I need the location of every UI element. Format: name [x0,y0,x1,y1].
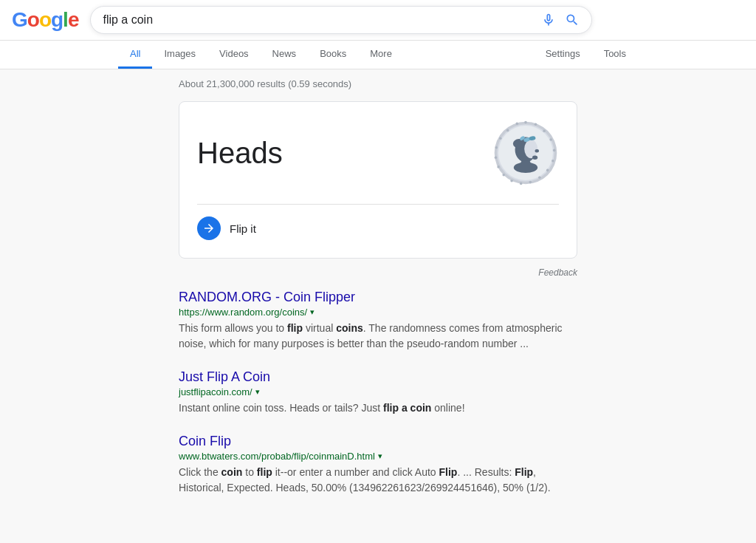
tab-settings[interactable]: Settings [534,41,592,69]
result-url-row-2: justflipacoin.com/ ▾ [179,386,577,397]
svg-point-20 [538,177,541,180]
svg-point-19 [546,169,549,172]
coin-result-area: Heads [197,120,559,186]
search-result-2: Just Flip A Coin justflipacoin.com/ ▾ In… [179,369,577,416]
search-result-3: Coin Flip www.btwaters.com/probab/flip/c… [179,434,577,496]
flip-label: Flip it [230,222,256,235]
result-url-2: justflipacoin.com/ [179,386,252,397]
result-snippet-2: Instant online coin toss. Heads or tails… [179,400,577,416]
result-snippet-1: This form allows you to flip virtual coi… [179,321,577,352]
svg-point-17 [553,149,556,152]
svg-point-8 [532,156,537,160]
svg-point-24 [503,174,506,177]
coin-result-text: Heads [197,137,283,170]
tab-videos[interactable]: Videos [207,41,261,69]
result-snippet-3: Click the coin to flip it--or enter a nu… [179,465,577,496]
feedback-link[interactable]: Feedback [179,267,577,278]
svg-point-26 [495,157,498,160]
svg-point-6 [524,140,537,158]
result-url-1: https://www.random.org/coins/ [179,307,307,318]
result-url-arrow-1[interactable]: ▾ [310,307,315,317]
svg-point-15 [543,130,546,133]
svg-point-14 [535,123,537,126]
tab-images[interactable]: Images [152,41,207,69]
flip-button[interactable] [197,216,221,240]
result-url-arrow-3[interactable]: ▾ [378,451,382,461]
flip-divider [197,204,559,205]
tab-news[interactable]: News [261,41,309,69]
svg-point-27 [495,146,498,149]
coin-flip-card: Heads [179,101,577,259]
main-content: About 21,300,000 results (0.59 seconds) … [61,69,695,522]
svg-point-16 [549,138,552,141]
tab-books[interactable]: Books [308,41,358,69]
search-icons [541,13,580,27]
header: Google [0,0,756,41]
search-bar[interactable] [90,6,592,34]
results-info: About 21,300,000 results (0.59 seconds) [179,78,577,89]
tab-more[interactable]: More [358,41,404,69]
result-url-arrow-2[interactable]: ▾ [255,387,260,397]
svg-point-23 [510,180,513,182]
result-url-row-3: www.btwaters.com/probab/flip/coinmainD.h… [179,451,577,462]
result-title-1[interactable]: RANDOM.ORG - Coin Flipper [179,290,355,304]
nav-right: Settings Tools [534,41,638,69]
flip-button-area: Flip it [197,216,559,240]
svg-point-9 [513,139,525,148]
search-input[interactable] [103,13,541,27]
svg-point-25 [497,165,500,168]
microphone-icon[interactable] [541,13,556,27]
nav-tabs: All Images Videos News Books More Settin… [0,41,756,69]
tab-tools[interactable]: Tools [592,41,638,69]
result-title-2[interactable]: Just Flip A Coin [179,369,270,384]
svg-point-18 [551,160,554,163]
tab-all[interactable]: All [118,41,152,69]
google-logo: Google [12,8,78,32]
search-result-1: RANDOM.ORG - Coin Flipper https://www.ra… [179,290,577,352]
svg-point-7 [535,149,539,153]
result-url-3: www.btwaters.com/probab/flip/coinmainD.h… [179,451,375,462]
svg-point-28 [499,137,502,140]
result-url-row-1: https://www.random.org/coins/ ▾ [179,307,577,318]
svg-point-21 [529,181,532,184]
svg-point-30 [516,123,519,126]
search-icon[interactable] [565,13,580,27]
coin-image [492,120,559,186]
result-title-3[interactable]: Coin Flip [179,434,231,448]
svg-point-29 [506,129,509,132]
svg-point-5 [514,163,537,173]
svg-point-13 [524,121,527,124]
svg-point-22 [520,182,523,185]
